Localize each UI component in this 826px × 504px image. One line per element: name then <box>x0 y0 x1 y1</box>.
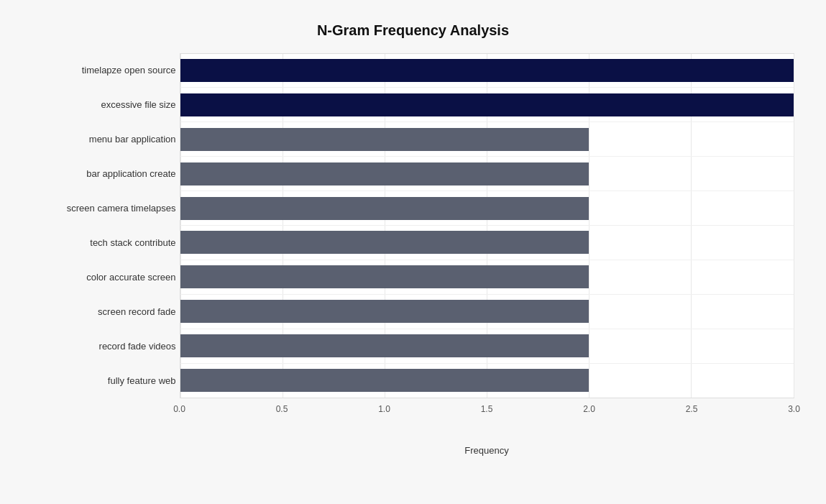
bar <box>180 334 589 357</box>
bars-section: timelapze open sourceexcessive file size… <box>32 53 794 398</box>
x-axis: 0.00.51.01.52.02.53.0 <box>180 404 794 425</box>
bar-row <box>180 157 794 191</box>
bar <box>180 93 794 116</box>
bar <box>180 369 589 392</box>
x-axis-label: Frequency <box>180 445 794 456</box>
y-label: fully feature web <box>32 364 176 398</box>
bar <box>180 162 589 185</box>
bar-row <box>180 295 794 329</box>
bars-and-grid <box>180 53 794 398</box>
bar <box>180 128 589 151</box>
bar <box>180 197 589 220</box>
chart-container: N-Gram Frequency Analysis timelapze open… <box>18 8 809 497</box>
x-tick: 0.5 <box>276 404 288 414</box>
bar <box>180 59 794 82</box>
y-label: excessive file size <box>32 88 176 122</box>
y-label: screen camera timelapses <box>32 191 176 226</box>
x-tick: 2.5 <box>686 404 698 414</box>
bar-row <box>180 329 794 364</box>
grid-line <box>794 54 794 398</box>
x-tick: 0.0 <box>173 404 185 414</box>
bar <box>180 300 589 323</box>
bar-row <box>180 260 794 295</box>
y-label: screen record fade <box>32 295 176 329</box>
bar-row <box>180 364 794 398</box>
chart-title: N-Gram Frequency Analysis <box>32 22 794 39</box>
bar-row <box>180 122 794 157</box>
y-label: bar application create <box>32 157 176 191</box>
bar <box>180 231 589 254</box>
x-tick: 3.0 <box>788 404 800 414</box>
y-label: menu bar application <box>32 122 176 157</box>
y-label: timelapze open source <box>32 53 176 88</box>
y-label: record fade videos <box>32 329 176 364</box>
y-label: color accurate screen <box>32 260 176 295</box>
bar <box>180 265 589 288</box>
x-tick: 1.0 <box>378 404 390 414</box>
y-labels: timelapze open sourceexcessive file size… <box>32 53 180 398</box>
y-label: tech stack contribute <box>32 226 176 260</box>
x-tick: 1.5 <box>481 404 493 414</box>
bar-rows <box>180 54 794 398</box>
bar-row <box>180 88 794 122</box>
x-tick: 2.0 <box>583 404 595 414</box>
bar-row <box>180 226 794 260</box>
bar-row <box>180 191 794 226</box>
bar-row <box>180 54 794 88</box>
chart-area: timelapze open sourceexcessive file size… <box>32 53 794 456</box>
